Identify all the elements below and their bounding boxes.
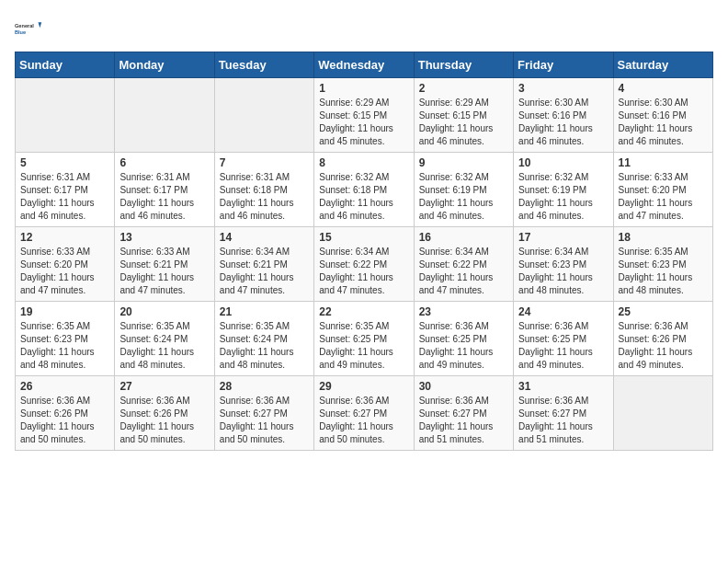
svg-marker-2 — [39, 22, 42, 28]
calendar-table: SundayMondayTuesdayWednesdayThursdayFrid… — [15, 52, 713, 451]
day-info: Sunrise: 6:30 AM Sunset: 6:16 PM Dayligh… — [619, 97, 708, 148]
calendar-cell: 18Sunrise: 6:35 AM Sunset: 6:23 PM Dayli… — [613, 227, 712, 302]
day-number: 2 — [419, 82, 508, 95]
day-info: Sunrise: 6:29 AM Sunset: 6:15 PM Dayligh… — [319, 97, 408, 148]
day-number: 28 — [220, 380, 309, 393]
calendar-cell: 8Sunrise: 6:32 AM Sunset: 6:18 PM Daylig… — [314, 153, 414, 227]
day-info: Sunrise: 6:34 AM Sunset: 6:22 PM Dayligh… — [419, 246, 508, 297]
calendar-cell: 13Sunrise: 6:33 AM Sunset: 6:21 PM Dayli… — [115, 227, 214, 302]
calendar-cell: 5Sunrise: 6:31 AM Sunset: 6:17 PM Daylig… — [16, 153, 115, 227]
calendar-cell: 28Sunrise: 6:36 AM Sunset: 6:27 PM Dayli… — [214, 376, 313, 451]
day-header-friday: Friday — [514, 52, 613, 78]
day-number: 19 — [20, 305, 109, 318]
day-number: 8 — [319, 156, 408, 169]
day-info: Sunrise: 6:35 AM Sunset: 6:24 PM Dayligh… — [220, 320, 309, 372]
day-info: Sunrise: 6:36 AM Sunset: 6:27 PM Dayligh… — [319, 395, 408, 446]
calendar-cell: 7Sunrise: 6:31 AM Sunset: 6:18 PM Daylig… — [214, 153, 313, 227]
day-info: Sunrise: 6:36 AM Sunset: 6:26 PM Dayligh… — [119, 395, 209, 446]
day-header-monday: Monday — [115, 52, 214, 78]
calendar-cell: 29Sunrise: 6:36 AM Sunset: 6:27 PM Dayli… — [314, 376, 414, 451]
calendar-cell: 17Sunrise: 6:34 AM Sunset: 6:23 PM Dayli… — [514, 227, 613, 302]
day-info: Sunrise: 6:31 AM Sunset: 6:18 PM Dayligh… — [220, 171, 309, 223]
day-number: 15 — [319, 231, 408, 244]
calendar-cell: 19Sunrise: 6:35 AM Sunset: 6:23 PM Dayli… — [16, 302, 115, 376]
day-number: 25 — [619, 305, 708, 318]
day-info: Sunrise: 6:33 AM Sunset: 6:21 PM Dayligh… — [119, 246, 209, 297]
day-number: 21 — [220, 305, 309, 318]
day-info: Sunrise: 6:30 AM Sunset: 6:16 PM Dayligh… — [518, 97, 608, 148]
calendar-cell: 6Sunrise: 6:31 AM Sunset: 6:17 PM Daylig… — [115, 153, 214, 227]
day-info: Sunrise: 6:36 AM Sunset: 6:26 PM Dayligh… — [619, 320, 708, 372]
calendar-cell: 15Sunrise: 6:34 AM Sunset: 6:22 PM Dayli… — [314, 227, 414, 302]
day-number: 5 — [20, 156, 109, 169]
day-info: Sunrise: 6:36 AM Sunset: 6:27 PM Dayligh… — [518, 395, 608, 446]
day-number: 11 — [619, 156, 708, 169]
day-info: Sunrise: 6:35 AM Sunset: 6:24 PM Dayligh… — [119, 320, 209, 372]
day-number: 12 — [20, 231, 109, 244]
day-number: 14 — [220, 231, 309, 244]
day-info: Sunrise: 6:36 AM Sunset: 6:27 PM Dayligh… — [220, 395, 309, 446]
day-info: Sunrise: 6:34 AM Sunset: 6:21 PM Dayligh… — [220, 246, 309, 297]
calendar-week-row: 19Sunrise: 6:35 AM Sunset: 6:23 PM Dayli… — [16, 302, 713, 376]
day-number: 17 — [518, 231, 608, 244]
day-info: Sunrise: 6:32 AM Sunset: 6:18 PM Dayligh… — [319, 171, 408, 223]
calendar-week-row: 5Sunrise: 6:31 AM Sunset: 6:17 PM Daylig… — [16, 153, 713, 227]
calendar-week-row: 1Sunrise: 6:29 AM Sunset: 6:15 PM Daylig… — [16, 78, 713, 153]
calendar-cell: 31Sunrise: 6:36 AM Sunset: 6:27 PM Dayli… — [514, 376, 613, 451]
calendar-cell: 2Sunrise: 6:29 AM Sunset: 6:15 PM Daylig… — [414, 78, 513, 153]
calendar-header-row: SundayMondayTuesdayWednesdayThursdayFrid… — [16, 52, 713, 78]
day-number: 6 — [119, 156, 209, 169]
day-header-saturday: Saturday — [613, 52, 712, 78]
calendar-cell: 27Sunrise: 6:36 AM Sunset: 6:26 PM Dayli… — [115, 376, 214, 451]
day-info: Sunrise: 6:33 AM Sunset: 6:20 PM Dayligh… — [20, 246, 109, 297]
day-info: Sunrise: 6:36 AM Sunset: 6:27 PM Dayligh… — [419, 395, 508, 446]
calendar-cell: 10Sunrise: 6:32 AM Sunset: 6:19 PM Dayli… — [514, 153, 613, 227]
day-number: 18 — [619, 231, 708, 244]
calendar-cell — [16, 78, 115, 153]
calendar-cell: 20Sunrise: 6:35 AM Sunset: 6:24 PM Dayli… — [115, 302, 214, 376]
day-info: Sunrise: 6:33 AM Sunset: 6:20 PM Dayligh… — [619, 171, 708, 223]
calendar-cell: 9Sunrise: 6:32 AM Sunset: 6:19 PM Daylig… — [414, 153, 513, 227]
day-info: Sunrise: 6:35 AM Sunset: 6:23 PM Dayligh… — [20, 320, 109, 372]
svg-text:General: General — [15, 23, 34, 29]
day-info: Sunrise: 6:34 AM Sunset: 6:22 PM Dayligh… — [319, 246, 408, 297]
day-number: 16 — [419, 231, 508, 244]
day-number: 26 — [20, 380, 109, 393]
day-number: 30 — [419, 380, 508, 393]
day-info: Sunrise: 6:34 AM Sunset: 6:23 PM Dayligh… — [518, 246, 608, 297]
day-number: 9 — [419, 156, 508, 169]
day-number: 1 — [319, 82, 408, 95]
svg-text:Blue: Blue — [15, 29, 26, 35]
logo: GeneralBlue — [15, 15, 42, 42]
calendar-cell: 23Sunrise: 6:36 AM Sunset: 6:25 PM Dayli… — [414, 302, 513, 376]
calendar-cell: 1Sunrise: 6:29 AM Sunset: 6:15 PM Daylig… — [314, 78, 414, 153]
calendar-cell: 25Sunrise: 6:36 AM Sunset: 6:26 PM Dayli… — [613, 302, 712, 376]
calendar-cell: 21Sunrise: 6:35 AM Sunset: 6:24 PM Dayli… — [214, 302, 313, 376]
day-number: 13 — [119, 231, 209, 244]
day-number: 4 — [619, 82, 708, 95]
day-number: 20 — [119, 305, 209, 318]
logo-icon: GeneralBlue — [15, 15, 42, 42]
calendar-cell: 14Sunrise: 6:34 AM Sunset: 6:21 PM Dayli… — [214, 227, 313, 302]
calendar-cell: 24Sunrise: 6:36 AM Sunset: 6:25 PM Dayli… — [514, 302, 613, 376]
calendar-cell — [214, 78, 313, 153]
day-number: 24 — [518, 305, 608, 318]
day-info: Sunrise: 6:31 AM Sunset: 6:17 PM Dayligh… — [20, 171, 109, 223]
day-header-tuesday: Tuesday — [214, 52, 313, 78]
calendar-week-row: 12Sunrise: 6:33 AM Sunset: 6:20 PM Dayli… — [16, 227, 713, 302]
day-number: 31 — [518, 380, 608, 393]
day-number: 3 — [518, 82, 608, 95]
calendar-cell — [613, 376, 712, 451]
day-header-wednesday: Wednesday — [314, 52, 414, 78]
day-header-thursday: Thursday — [414, 52, 513, 78]
day-info: Sunrise: 6:36 AM Sunset: 6:26 PM Dayligh… — [20, 395, 109, 446]
day-number: 23 — [419, 305, 508, 318]
calendar-cell: 22Sunrise: 6:35 AM Sunset: 6:25 PM Dayli… — [314, 302, 414, 376]
day-info: Sunrise: 6:29 AM Sunset: 6:15 PM Dayligh… — [419, 97, 508, 148]
calendar-cell: 4Sunrise: 6:30 AM Sunset: 6:16 PM Daylig… — [613, 78, 712, 153]
calendar-cell: 26Sunrise: 6:36 AM Sunset: 6:26 PM Dayli… — [16, 376, 115, 451]
day-info: Sunrise: 6:31 AM Sunset: 6:17 PM Dayligh… — [119, 171, 209, 223]
calendar-cell: 3Sunrise: 6:30 AM Sunset: 6:16 PM Daylig… — [514, 78, 613, 153]
day-info: Sunrise: 6:32 AM Sunset: 6:19 PM Dayligh… — [518, 171, 608, 223]
day-number: 7 — [220, 156, 309, 169]
